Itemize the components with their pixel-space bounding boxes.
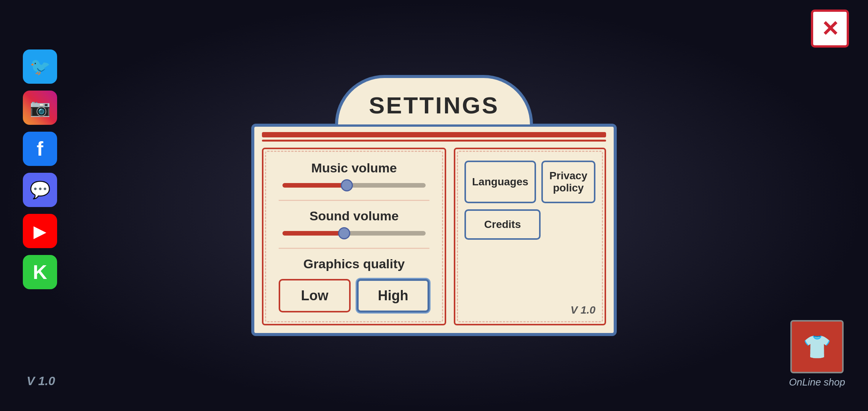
discord-icon[interactable]: 💬	[23, 173, 57, 207]
languages-button[interactable]: Languages	[464, 161, 536, 203]
right-panel: Languages Privacy policy Credits V 1.0	[454, 148, 606, 325]
quality-buttons: Low High	[279, 279, 429, 312]
k-app-icon[interactable]: K	[23, 255, 57, 289]
low-quality-button[interactable]: Low	[279, 279, 351, 312]
version-label: V 1.0	[571, 304, 595, 316]
settings-title: SETTINGS	[369, 92, 499, 119]
action-buttons: Languages Privacy policy Credits	[464, 161, 595, 240]
credits-button[interactable]: Credits	[464, 209, 541, 240]
stripe-top	[262, 132, 606, 137]
panel-body: Music volume Sound volume	[251, 124, 617, 336]
sound-volume-label: Sound volume	[279, 209, 429, 223]
panel-arch: SETTINGS	[251, 75, 617, 124]
divider2	[279, 248, 429, 249]
graphics-quality-label: Graphics quality	[279, 256, 429, 271]
graphics-quality-section: Graphics quality Low High	[279, 256, 429, 312]
music-volume-label: Music volume	[279, 161, 429, 175]
slider-thumb-music[interactable]	[341, 179, 353, 191]
arch-shape: SETTINGS	[335, 75, 533, 124]
sound-volume-section: Sound volume	[279, 209, 429, 237]
panel-content: Music volume Sound volume	[254, 142, 614, 333]
high-quality-button[interactable]: High	[357, 279, 429, 312]
divider1	[279, 200, 429, 201]
youtube-icon[interactable]: ▶	[23, 214, 57, 248]
music-volume-section: Music volume	[279, 161, 429, 189]
close-button[interactable]: ✕	[811, 10, 849, 48]
online-shop-button[interactable]: 👕 OnLine shop	[789, 320, 845, 388]
twitter-icon[interactable]: 🐦	[23, 49, 57, 84]
shop-icon: 👕	[790, 320, 844, 373]
settings-panel: SETTINGS Music volume	[251, 75, 617, 336]
privacy-policy-button[interactable]: Privacy policy	[541, 161, 595, 203]
version-label-bottom-left: V 1.0	[27, 374, 55, 388]
slider-thumb-sound[interactable]	[338, 227, 350, 239]
left-panel: Music volume Sound volume	[262, 148, 446, 325]
sound-volume-slider[interactable]	[282, 229, 426, 237]
music-volume-slider[interactable]	[282, 182, 426, 189]
instagram-icon[interactable]: 📷	[23, 91, 57, 125]
slider-fill-sound	[282, 231, 344, 236]
slider-fill-music	[282, 183, 347, 188]
facebook-icon[interactable]: f	[23, 132, 57, 166]
top-row-buttons: Languages Privacy policy	[464, 161, 595, 203]
social-sidebar: 🐦 📷 f 💬 ▶ K	[23, 49, 57, 289]
online-shop-label: OnLine shop	[789, 376, 845, 388]
